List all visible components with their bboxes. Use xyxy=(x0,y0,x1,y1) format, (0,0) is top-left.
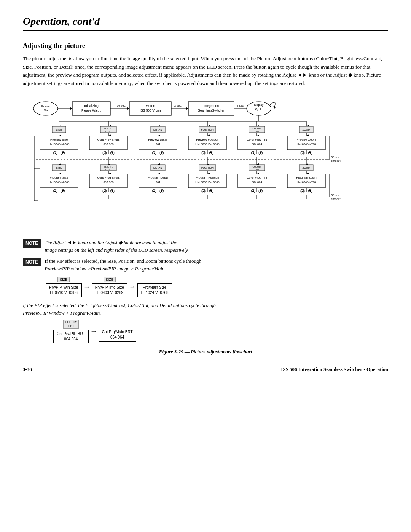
svg-text:Power: Power xyxy=(41,105,50,108)
svg-text:Extron: Extron xyxy=(146,104,155,108)
pip-size-flowchart: SIZE Prv/PIP-Win Size H=0510 V=0386 → SI… xyxy=(46,277,388,297)
svg-text:COLOR/: COLOR/ xyxy=(252,128,261,130)
svg-text:◄: ◄ xyxy=(301,189,304,193)
svg-text:063         063: 063 063 xyxy=(103,142,113,146)
svg-text:SIZE: SIZE xyxy=(56,128,62,131)
pip2-color-icon: COLOR/TINT xyxy=(63,320,79,328)
footer-bar: 3-36 ISS 506 Integration Seamless Switch… xyxy=(23,363,388,372)
svg-text:ISS 506 Vn.nn: ISS 506 Vn.nn xyxy=(140,109,161,112)
pip-arrow-1: → xyxy=(83,283,90,291)
svg-text:▼: ▼ xyxy=(210,151,213,155)
svg-text:DETAIL: DETAIL xyxy=(153,166,162,169)
svg-text:064         064: 064 064 xyxy=(252,181,262,184)
pip2-box-2: X Cnt Prg/Main BRT 064 064 xyxy=(99,321,136,342)
svg-text:ZOOM: ZOOM xyxy=(303,128,311,131)
svg-text:064: 064 xyxy=(156,142,161,146)
svg-text:064: 064 xyxy=(156,181,161,184)
svg-text:◄: ◄ xyxy=(153,151,156,155)
svg-text:CONT: CONT xyxy=(105,130,112,133)
svg-text:30 sec.: 30 sec. xyxy=(331,155,340,159)
svg-text:063         063: 063 063 xyxy=(103,181,113,184)
svg-text:▼: ▼ xyxy=(160,151,164,155)
pip-box-3: SIZE Prg/Main Size H=1024 V=0768 xyxy=(137,277,172,297)
svg-text:H=1024    V=768: H=1024 V=768 xyxy=(297,142,316,146)
svg-text:TINT: TINT xyxy=(254,130,260,133)
svg-text:Color Prog Tint: Color Prog Tint xyxy=(247,176,267,179)
svg-text:POSITION: POSITION xyxy=(201,166,213,169)
pip-lcd-3: Prg/Main Size H=1024 V=0768 xyxy=(137,283,172,297)
svg-text:Preview Size: Preview Size xyxy=(50,138,68,141)
svg-text:10 sec.: 10 sec. xyxy=(117,104,126,107)
svg-text:Cycle: Cycle xyxy=(255,107,263,111)
svg-text:Please Wait...: Please Wait... xyxy=(81,109,101,112)
svg-text:▼: ▼ xyxy=(259,151,263,155)
svg-text:H=1024    V=768: H=1024 V=768 xyxy=(297,181,316,184)
svg-text:Display: Display xyxy=(254,103,264,107)
pip2-lcd-2: Cnt Prg/Main BRT 064 064 xyxy=(99,328,136,342)
svg-text:timeout: timeout xyxy=(331,159,341,163)
pip2-box-1: COLOR/TINT Cnt Prv/PIP BRT 064 064 xyxy=(53,320,89,343)
svg-text:ZOOM: ZOOM xyxy=(303,166,311,169)
svg-text:Preview Position: Preview Position xyxy=(196,138,218,141)
svg-text:◄: ◄ xyxy=(252,189,255,193)
section-title: Adjusting the picture xyxy=(23,42,388,50)
pip2-lcd-1: Cnt Prv/PIP BRT 064 064 xyxy=(53,330,89,343)
svg-text:Color Prev Tint: Color Prev Tint xyxy=(247,138,268,141)
svg-text:H=1024    V=0768: H=1024 V=0768 xyxy=(49,181,70,184)
svg-text:Preview Zoom: Preview Zoom xyxy=(296,138,316,141)
svg-text:▼: ▼ xyxy=(309,151,312,155)
svg-text:2 sec.: 2 sec. xyxy=(237,104,244,107)
svg-text:▼: ▼ xyxy=(309,189,312,193)
figure-caption: Figure 3-29 — Picture adjustments flowch… xyxy=(23,349,388,355)
footer-product-info: ISS 506 Integration Seamless Switcher • … xyxy=(281,366,388,372)
note2-label: NOTE xyxy=(23,258,41,266)
page-title: Operation, cont'd xyxy=(23,15,388,31)
svg-text:▼: ▼ xyxy=(111,189,114,193)
svg-text:SeamlessSwitcher: SeamlessSwitcher xyxy=(198,109,225,112)
svg-text:H=1024    V=0768: H=1024 V=0768 xyxy=(49,142,70,146)
pip-section-text: If the PIP effect is selected, the Brigh… xyxy=(23,302,388,316)
svg-text:Preview Detail: Preview Detail xyxy=(148,138,167,141)
svg-text:Program Zoom: Program Zoom xyxy=(296,176,317,179)
note1-text: The Adjust ◄► knob and the Adjust ◆ knob… xyxy=(45,239,189,254)
svg-text:◄: ◄ xyxy=(252,151,255,155)
svg-text:Program Detail: Program Detail xyxy=(148,176,168,179)
body-text: The picture adjustments allow you to fin… xyxy=(23,54,388,87)
pip-arrow-2: → xyxy=(129,283,136,291)
svg-text:H=+0000  V=+0000: H=+0000 V=+0000 xyxy=(195,181,219,184)
svg-text:TINT: TINT xyxy=(254,168,260,171)
svg-text:Cont Prev Bright: Cont Prev Bright xyxy=(97,138,120,141)
pip2-flowchart: COLOR/TINT Cnt Prv/PIP BRT 064 064 → X C… xyxy=(53,320,388,343)
svg-text:◄: ◄ xyxy=(301,151,304,155)
note2-text: If the PIP effect is selected, the Size,… xyxy=(45,257,201,272)
svg-text:◄: ◄ xyxy=(202,189,206,193)
svg-text:SIZE: SIZE xyxy=(56,166,62,169)
svg-text:▼: ▼ xyxy=(61,189,65,193)
svg-text:POSITION: POSITION xyxy=(201,128,213,131)
svg-text:Initializing: Initializing xyxy=(84,104,99,108)
svg-text:2 sec.: 2 sec. xyxy=(174,104,182,107)
footer-page-number: 3-36 xyxy=(23,366,32,372)
pip-lcd-2: Prv/PIP-Img Size H=0403 V=0289 xyxy=(92,283,127,297)
svg-text:▼: ▼ xyxy=(111,151,114,155)
svg-text:◄: ◄ xyxy=(103,151,107,155)
svg-text:BRIGHT/: BRIGHT/ xyxy=(104,128,113,130)
svg-text:▼: ▼ xyxy=(259,189,263,193)
svg-text:BRIGHT/: BRIGHT/ xyxy=(104,166,113,168)
note1: NOTE The Adjust ◄► knob and the Adjust ◆… xyxy=(23,239,388,254)
svg-text:◄: ◄ xyxy=(103,189,107,193)
svg-text:▼: ▼ xyxy=(160,189,164,193)
note1-label: NOTE xyxy=(23,239,41,248)
svg-text:◄: ◄ xyxy=(202,151,206,155)
svg-text:▼: ▼ xyxy=(210,189,213,193)
pip-size-icon-1: SIZE xyxy=(57,277,70,282)
svg-text:COLOR/: COLOR/ xyxy=(252,166,261,168)
flowchart: Power On Initializing Please Wait... 10 … xyxy=(23,94,388,235)
svg-text:Integration: Integration xyxy=(204,104,219,108)
pip-box-1: SIZE Prv/PIP-Win Size H=0510 V=0386 xyxy=(46,277,82,297)
svg-text:timeout: timeout xyxy=(331,197,341,201)
pip-lcd-1: Prv/PIP-Win Size H=0510 V=0386 xyxy=(46,283,82,297)
pip2-arrow: → xyxy=(90,328,97,335)
pip-size-icon-2: SIZE xyxy=(104,277,116,282)
svg-text:On: On xyxy=(44,109,48,112)
